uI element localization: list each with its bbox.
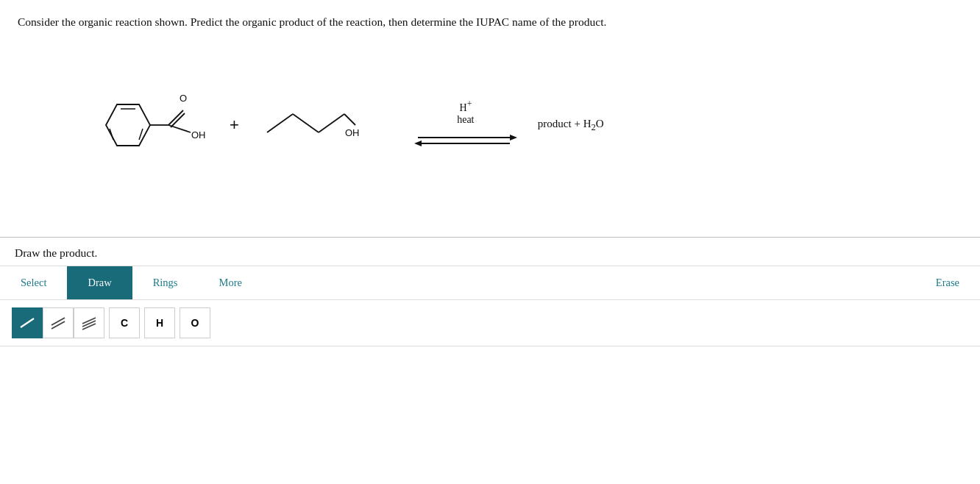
svg-marker-16 <box>510 135 517 140</box>
svg-line-10 <box>267 114 293 132</box>
double-bond-icon <box>49 314 67 332</box>
single-bond-button[interactable] <box>12 307 43 338</box>
alcohol-structure: OH <box>252 81 400 169</box>
question-text: Consider the organic reaction shown. Pre… <box>18 13 739 31</box>
double-bond-button[interactable] <box>43 307 74 338</box>
svg-line-3 <box>139 129 143 140</box>
draw-area: Draw the product. Select Draw Rings More… <box>0 237 980 435</box>
svg-line-12 <box>319 114 344 132</box>
more-button[interactable]: More <box>199 266 263 299</box>
svg-text:O: O <box>180 93 187 104</box>
benzaldehyde-structure: O OH <box>54 51 216 199</box>
draw-label: Draw the product. <box>0 238 980 266</box>
reaction-container: O OH + OH H+ heat <box>18 44 962 221</box>
condition-h-plus: H+ <box>457 99 474 114</box>
bond-tools: C H O <box>0 300 980 346</box>
svg-line-20 <box>52 318 65 325</box>
triple-bond-icon <box>80 314 98 332</box>
draw-button[interactable]: Draw <box>67 266 132 299</box>
hydrogen-button[interactable]: H <box>144 307 175 338</box>
svg-marker-0 <box>106 104 150 146</box>
svg-line-21 <box>52 321 65 329</box>
svg-text:OH: OH <box>345 127 360 138</box>
svg-line-24 <box>82 324 96 330</box>
oxygen-button[interactable]: O <box>180 307 210 338</box>
svg-marker-18 <box>414 140 422 146</box>
select-button[interactable]: Select <box>0 266 67 299</box>
plus-sign: + <box>230 115 239 135</box>
svg-line-11 <box>293 114 319 132</box>
svg-text:OH: OH <box>191 129 206 140</box>
reaction-product-label: product + H2O <box>538 118 604 133</box>
drawing-canvas[interactable] <box>0 346 980 435</box>
svg-line-22 <box>82 318 96 324</box>
triple-bond-button[interactable] <box>74 307 104 338</box>
question-area: Consider the organic reaction shown. Pre… <box>0 0 980 229</box>
single-bond-icon <box>18 314 36 332</box>
reaction-conditions: H+ heat <box>457 99 474 126</box>
reaction-arrow-section: H+ heat <box>414 99 517 151</box>
rings-button[interactable]: Rings <box>132 266 199 299</box>
svg-line-14 <box>344 114 355 125</box>
svg-line-19 <box>21 318 34 327</box>
erase-button[interactable]: Erase <box>915 266 980 299</box>
reaction-arrow <box>414 129 517 151</box>
svg-line-23 <box>82 321 96 327</box>
toolbar: Select Draw Rings More Erase <box>0 266 980 300</box>
condition-heat: heat <box>457 114 474 126</box>
carbon-button[interactable]: C <box>109 307 140 338</box>
